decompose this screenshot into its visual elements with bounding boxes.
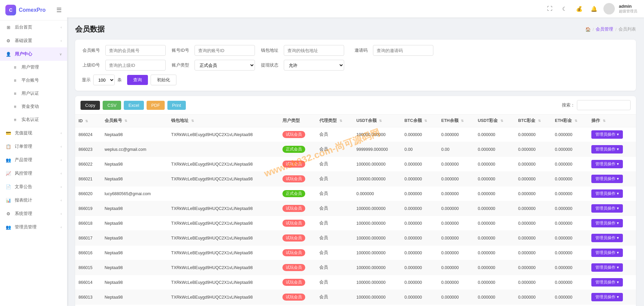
table-toolbar: Copy CSV Excel PDF Print 搜索： [75, 96, 636, 115]
sidebar-item-user-mgmt[interactable]: ≡ 用户管理 [0, 61, 67, 74]
print-button[interactable]: Print [167, 101, 186, 110]
search-input[interactable] [577, 100, 631, 110]
admin-action-button[interactable]: 管理员操作 ▾ [591, 293, 623, 301]
excel-button[interactable]: Excel [124, 101, 144, 110]
cell-action: 管理员操作 ▾ [588, 260, 636, 275]
sort-usdt-bonus-icon[interactable]: ⇅ [500, 119, 503, 123]
pdf-button[interactable]: PDF [147, 101, 165, 110]
cell-account: c2568666@gmail.com [101, 305, 168, 306]
reset-button[interactable]: 初始化 [151, 75, 176, 85]
admin-action-button[interactable]: 管理员操作 ▾ [591, 189, 623, 198]
table-row: 866017 Neptaa98 TXRkWcLeBEuygd9HUQC2X1vL… [75, 231, 636, 246]
cell-user-type: 试玩会员 [279, 157, 316, 172]
sidebar-item-real-auth[interactable]: ≡ 实名认证 [0, 113, 67, 126]
admin-action-button[interactable]: 管理员操作 ▾ [591, 160, 623, 168]
arrow-icon: ‹ [61, 172, 62, 175]
withdraw-status-select[interactable]: 允许 禁止 全部 [284, 60, 344, 71]
sidebar-item-admin-mgmt[interactable]: 👥 管理员管理 ‹ [0, 220, 67, 234]
table-row: 866022 Neptaa98 TXRkWcLeBEuygd9HUQC2X1vL… [75, 157, 636, 172]
cell-user-type: 试玩会员 [279, 275, 316, 290]
wallet-icon-button[interactable]: 💰 [574, 3, 585, 14]
wallet-address-input[interactable] [284, 45, 344, 56]
cell-btc: 0.000000 [401, 260, 438, 275]
cell-agent-type: 会员 [316, 260, 353, 275]
sidebar-item-label: 平台账号 [21, 78, 39, 83]
fullscreen-button[interactable]: ⛶ [544, 3, 555, 14]
header-user-role: 超级管理员 [619, 9, 637, 14]
logo-text: ComexPro [19, 7, 46, 13]
col-eth-bonus: ETH彩金 ⇅ [551, 115, 588, 127]
admin-action-button[interactable]: 管理员操作 ▾ [591, 145, 623, 154]
sort-usdt-icon[interactable]: ⇅ [379, 119, 382, 123]
article-icon: 📄 [5, 184, 11, 189]
sidebar-item-platform-account[interactable]: ≡ 平台账号 [0, 74, 67, 87]
dark-mode-button[interactable]: ☾ [559, 3, 570, 14]
sidebar-item-basic-settings[interactable]: ⚙ 基础设置 ‹ [0, 34, 67, 47]
sort-eth-bonus-icon[interactable]: ⇅ [575, 119, 577, 123]
sort-action-icon[interactable]: ⇅ [603, 119, 605, 123]
sort-id-icon[interactable]: ⇅ [85, 119, 88, 123]
sidebar-item-label: 资金变动 [21, 104, 39, 110]
sidebar-item-report-stats[interactable]: 📊 报表统计 ‹ [0, 193, 67, 207]
cell-usdt-bonus: 0.000000 [474, 157, 515, 172]
cell-eth-bonus: 0.000000 [551, 246, 588, 260]
admin-action-button[interactable]: 管理员操作 ▾ [591, 219, 623, 227]
col-usdt-bonus: USDT彩金 ⇅ [474, 115, 515, 127]
header-username: admin [619, 4, 637, 9]
sidebar-item-risk-mgmt[interactable]: 📈 风控管理 ‹ [0, 167, 67, 180]
admin-action-button[interactable]: 管理员操作 ▾ [591, 130, 623, 139]
admin-action-button[interactable]: 管理员操作 ▾ [591, 249, 623, 257]
account-type-select[interactable]: 正式会员 试玩会员 全部 [195, 60, 255, 71]
table-row: 866021 Neptaa98 TXRkWcLeBEuygd9HUQC2X1vL… [75, 172, 636, 186]
display-count-select[interactable]: 10 25 50 100 [93, 75, 115, 85]
sort-btc-bonus-icon[interactable]: ⇅ [538, 119, 541, 123]
invite-code-input[interactable] [373, 45, 433, 56]
cell-usdt-bonus: 0.000000 [474, 260, 515, 275]
cell-eth: 0.000000 [438, 172, 475, 186]
csv-button[interactable]: CSV [103, 101, 121, 110]
sort-wallet-icon[interactable]: ⇅ [191, 119, 194, 123]
sidebar-item-label: 产品管理 [15, 157, 32, 163]
sidebar-item-label: 订单管理 [15, 143, 32, 149]
sidebar-item-fund-change[interactable]: ≡ 资金变动 [0, 100, 67, 113]
user-center-submenu: ≡ 用户管理 ≡ 平台账号 ≡ 用户认证 ≡ 资金变动 ≡ 实名认证 [0, 61, 67, 126]
sidebar-toggle-icon[interactable]: ☰ [56, 6, 62, 14]
sidebar-item-product-mgmt[interactable]: 👥 产品管理 ‹ [0, 153, 67, 167]
notification-button[interactable]: 🔔 [589, 3, 599, 14]
admin-action-button[interactable]: 管理员操作 ▾ [591, 175, 623, 183]
sidebar-item-order-mgmt[interactable]: 📋 订单管理 ‹ [0, 140, 67, 153]
copy-button[interactable]: Copy [80, 101, 100, 110]
sort-account-icon[interactable]: ⇅ [124, 119, 127, 123]
account-id-input[interactable] [195, 45, 255, 56]
breadcrumb-member-mgmt[interactable]: 会员管理 [596, 26, 613, 32]
breadcrumb-home-icon[interactable]: 🏠 [585, 27, 591, 32]
table-row: 866016 Neptaa98 TXRkWcLeBEuygd9HUQC2X1vL… [75, 246, 636, 260]
admin-action-button[interactable]: 管理员操作 ▾ [591, 204, 623, 213]
sidebar-item-recharge[interactable]: 💳 充值提现 ‹ [0, 126, 67, 140]
cell-agent-type: 会员 [316, 157, 353, 172]
sidebar-item-dashboard[interactable]: ⊞ 后台首页 ‹ [0, 20, 67, 34]
sort-eth-icon[interactable]: ⇅ [461, 119, 464, 123]
sort-agent-icon[interactable]: ⇅ [339, 119, 342, 123]
admin-action-button[interactable]: 管理员操作 ▾ [591, 263, 623, 272]
list-icon: ≡ [12, 104, 18, 109]
sort-btc-icon[interactable]: ⇅ [424, 119, 427, 123]
sidebar-item-user-center[interactable]: 👤 用户中心 ∨ [0, 47, 67, 61]
cell-agent-type: 会员 [316, 305, 353, 306]
superior-id-input[interactable] [105, 60, 166, 71]
sidebar-item-system-mgmt[interactable]: ⚙ 系统管理 ‹ [0, 207, 67, 220]
query-button[interactable]: 查询 [127, 75, 148, 85]
cell-action: 管理员操作 ▾ [588, 172, 636, 186]
table-card: Copy CSV Excel PDF Print 搜索： ID ⇅ 会员账号 ⇅ [75, 96, 636, 306]
admin-action-button[interactable]: 管理员操作 ▾ [591, 278, 623, 287]
order-icon: 📋 [5, 144, 11, 149]
cell-id: 866024 [75, 127, 101, 142]
sidebar-item-article-notice[interactable]: 📄 文章公告 ‹ [0, 180, 67, 193]
cell-action: 管理员操作 ▾ [588, 246, 636, 260]
sidebar-item-user-auth[interactable]: ≡ 用户认证 [0, 87, 67, 100]
cell-eth-bonus: 0.000000 [551, 231, 588, 246]
cell-usdt-bonus: 0.000000 [474, 172, 515, 186]
admin-action-button[interactable]: 管理员操作 ▾ [591, 234, 623, 242]
cell-eth-bonus: 0.000000 [551, 260, 588, 275]
member-account-input[interactable] [105, 45, 166, 56]
